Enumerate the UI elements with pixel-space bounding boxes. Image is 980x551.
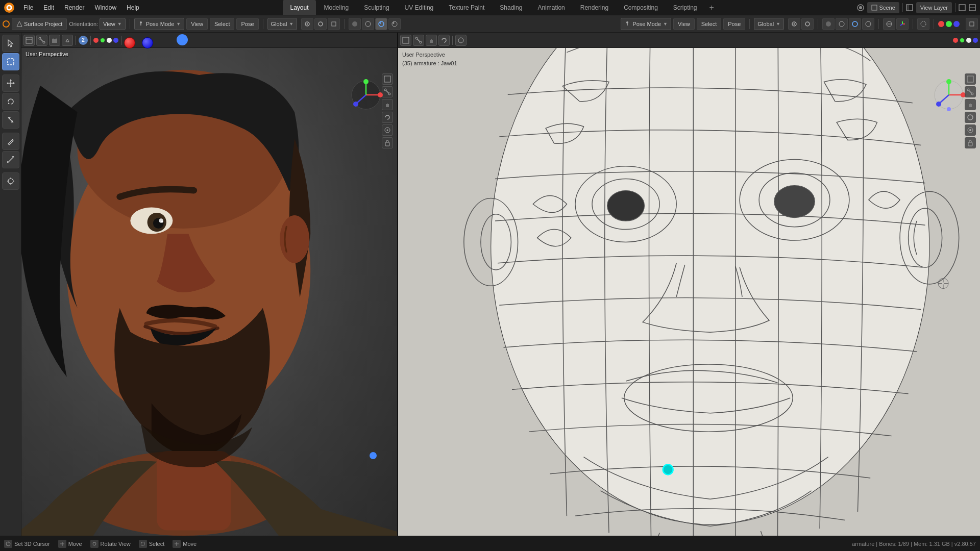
vp-right-bone-icon[interactable]: [413, 35, 424, 46]
svg-point-19: [365, 21, 371, 27]
tool-move[interactable]: [2, 74, 19, 92]
vp-mini-scene[interactable]: [382, 73, 393, 85]
tool-annotate[interactable]: [2, 133, 19, 150]
vp-left-hand-icon[interactable]: [49, 35, 60, 46]
proportional-icon-btn-r[interactable]: [801, 18, 814, 30]
bottom-indicator-dot: [370, 452, 377, 459]
snap-icon-btn[interactable]: [301, 18, 313, 30]
vp-right-rotate-icon[interactable]: [438, 35, 450, 46]
tool-measure[interactable]: [2, 151, 19, 168]
tab-scripting[interactable]: Scripting: [666, 0, 704, 15]
viewport-left[interactable]: 2: [21, 33, 398, 536]
svg-line-74: [41, 39, 43, 41]
vp-mini-cursor[interactable]: [382, 124, 393, 136]
tool-scale[interactable]: [2, 111, 19, 129]
shading-wireframe-btn[interactable]: [362, 18, 374, 30]
viewport-right[interactable]: .wf-line { stroke: #333; stroke-width: 0…: [398, 33, 980, 536]
color-circle-blue[interactable]: [142, 37, 153, 48]
tab-shading[interactable]: Shading: [493, 0, 529, 15]
tab-uv-editing[interactable]: UV Editing: [398, 0, 441, 15]
pivot-icon-btn[interactable]: [328, 18, 340, 30]
tool-select[interactable]: [2, 53, 19, 70]
shading-material-btn-r[interactable]: [849, 18, 861, 30]
vp-right-mini-6[interactable]: [965, 137, 976, 148]
vp-right-cursor-icon[interactable]: [455, 35, 467, 46]
shading-material-btn[interactable]: [375, 18, 387, 30]
vp-right-mini-1[interactable]: [965, 73, 976, 85]
svg-point-132: [93, 542, 96, 545]
svg-point-121: [967, 89, 969, 91]
select-btn-left[interactable]: Select: [210, 18, 235, 30]
scene-selector[interactable]: Scene: [867, 2, 899, 13]
pose-mode-dropdown-right[interactable]: Pose Mode ▼: [621, 18, 671, 30]
shading-solid-btn[interactable]: [349, 18, 361, 30]
vp-right-mini-4[interactable]: [965, 112, 976, 123]
xray-btn-r[interactable]: [917, 18, 929, 30]
svg-point-122: [971, 93, 973, 95]
menu-help[interactable]: Help: [121, 0, 144, 15]
view-layer-selector[interactable]: View Layer: [916, 2, 952, 13]
menu-render[interactable]: Render: [59, 0, 89, 15]
svg-point-27: [794, 23, 795, 24]
global-dropdown-left[interactable]: Global ▼: [267, 18, 298, 30]
surface-project-btn[interactable]: Surface Project: [12, 18, 67, 30]
vp-right-hand-icon[interactable]: [426, 35, 437, 46]
tab-rendering[interactable]: Rendering: [573, 0, 616, 15]
svg-point-29: [826, 21, 831, 27]
vp-right-scene-icon[interactable]: [400, 35, 411, 46]
menu-window[interactable]: Window: [89, 0, 121, 15]
tab-modeling[interactable]: Modeling: [317, 0, 356, 15]
tab-layout[interactable]: Layout: [283, 0, 315, 15]
tab-animation[interactable]: Animation: [530, 0, 572, 15]
snap-icon-btn-r[interactable]: [788, 18, 800, 30]
color-circle-red[interactable]: [124, 37, 135, 48]
svg-point-104: [420, 41, 422, 43]
svg-point-103: [415, 37, 418, 39]
vp-left-transform-icon[interactable]: [62, 35, 73, 46]
tool-cursor[interactable]: [2, 35, 19, 52]
shading-render-btn-r[interactable]: [862, 18, 874, 30]
overlay-btn-r[interactable]: [883, 18, 895, 30]
blender-logo: [0, 0, 18, 15]
pose-btn-left[interactable]: Pose: [236, 18, 258, 30]
vp-right-mini-5[interactable]: [965, 124, 976, 136]
tab-sculpting[interactable]: Sculpting: [357, 0, 396, 15]
svg-rect-127: [968, 142, 972, 146]
svg-point-16: [318, 22, 323, 26]
tab-compositing[interactable]: Compositing: [617, 0, 665, 15]
vp-mini-hand[interactable]: [382, 99, 393, 110]
tool-rotate[interactable]: [2, 93, 19, 110]
add-workspace-button[interactable]: +: [705, 0, 718, 15]
pose-btn-right[interactable]: Pose: [723, 18, 745, 30]
tab-texture-paint[interactable]: Texture Paint: [442, 0, 492, 15]
global-dropdown-right[interactable]: Global ▼: [754, 18, 784, 30]
vp-mini-rotate[interactable]: [382, 112, 393, 123]
gizmo-btn-r[interactable]: [896, 18, 909, 30]
blue-dot: [177, 34, 188, 45]
proportional-icon-btn[interactable]: [314, 18, 327, 30]
vp-mini-bone[interactable]: [382, 86, 393, 97]
view-btn-right[interactable]: View: [673, 18, 695, 30]
svg-point-38: [921, 21, 926, 27]
pose-mode-dropdown-left[interactable]: Pose Mode ▼: [134, 18, 185, 30]
shading-solid-btn-r[interactable]: [822, 18, 835, 30]
select-btn-right[interactable]: Select: [697, 18, 722, 30]
menu-edit[interactable]: Edit: [38, 0, 59, 15]
tool-transform[interactable]: [2, 172, 19, 190]
extra-btn-r1[interactable]: [966, 18, 978, 30]
svg-line-105: [418, 39, 420, 41]
menu-file[interactable]: File: [18, 0, 38, 15]
shading-wireframe-btn-r[interactable]: [836, 18, 848, 30]
left-sidebar: [0, 33, 21, 536]
shading-render-btn[interactable]: [388, 18, 401, 30]
svg-rect-6: [906, 5, 913, 11]
vp-left-bone-icon[interactable]: [36, 35, 47, 46]
svg-point-124: [968, 115, 973, 120]
svg-rect-75: [384, 76, 390, 82]
vp-mini-lock[interactable]: [382, 137, 393, 148]
orientation-dropdown[interactable]: View ▼: [100, 18, 126, 30]
vp-right-mini-2[interactable]: [965, 86, 976, 97]
vp-right-mini-3[interactable]: [965, 99, 976, 110]
vp-left-scene-icon[interactable]: [23, 35, 35, 46]
view-btn-left[interactable]: View: [186, 18, 208, 30]
